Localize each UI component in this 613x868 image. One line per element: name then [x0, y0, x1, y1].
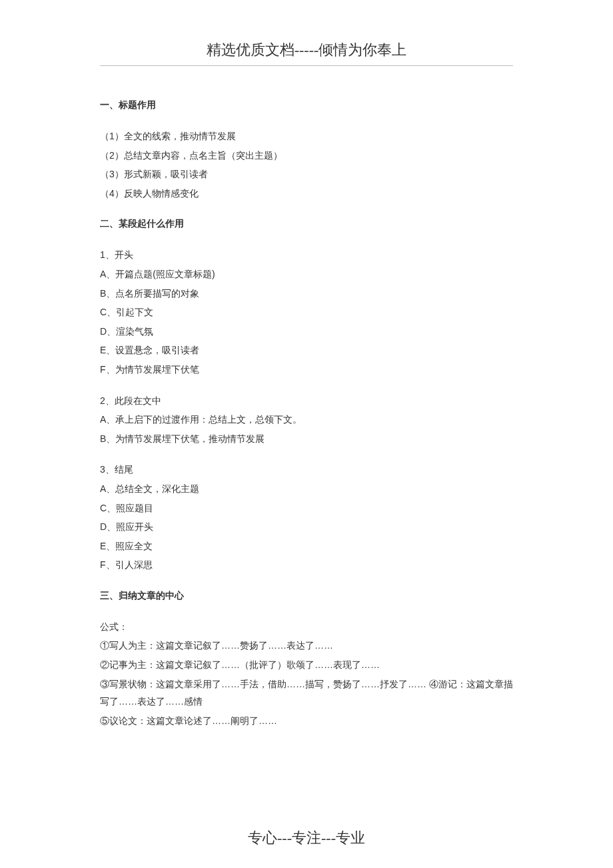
- list-item: E、设置悬念，吸引读者: [100, 341, 513, 359]
- list-item: （4）反映人物情感变化: [100, 185, 513, 203]
- list-item: A、开篇点题(照应文章标题): [100, 265, 513, 283]
- sub-title: 2、此段在文中: [100, 392, 513, 410]
- section-2: 二、某段起什么作用 1、开头 A、开篇点题(照应文章标题) B、点名所要描写的对…: [100, 218, 513, 574]
- document-page: 精选优质文档-----倾情为你奉上 一、标题作用 （1）全文的线索，推动情节发展…: [0, 0, 613, 729]
- page-footer: 专心---专注---专业: [0, 828, 613, 848]
- list-item: ⑤议论文：这篇文章论述了……阐明了……: [100, 712, 513, 730]
- list-item: B、为情节发展埋下伏笔，推动情节发展: [100, 430, 513, 448]
- section-2-heading: 二、某段起什么作用: [100, 218, 513, 230]
- list-item: ①写人为主：这篇文章记叙了……赞扬了……表达了……: [100, 637, 513, 655]
- sub-title: 3、结尾: [100, 461, 513, 479]
- section-1-heading: 一、标题作用: [100, 99, 513, 111]
- list-item: F、为情节发展埋下伏笔: [100, 361, 513, 379]
- header-divider: [100, 65, 513, 66]
- list-item: ③写景状物：这篇文章采用了……手法，借助……描写，赞扬了……抒发了…… ④游记：…: [100, 675, 513, 711]
- intro-text: 公式：: [100, 618, 513, 636]
- list-item: （3）形式新颖，吸引读者: [100, 165, 513, 183]
- list-item: E、照应全文: [100, 537, 513, 555]
- list-item: C、引起下文: [100, 303, 513, 321]
- list-item: （1）全文的线索，推动情节发展: [100, 127, 513, 145]
- section-2-sub1: 1、开头 A、开篇点题(照应文章标题) B、点名所要描写的对象 C、引起下文 D…: [100, 246, 513, 378]
- section-2-sub3: 3、结尾 A、总结全文，深化主题 C、照应题目 D、照应开头 E、照应全文 F、…: [100, 461, 513, 574]
- list-item: ②记事为主：这篇文章记叙了……（批评了）歌颂了……表现了……: [100, 656, 513, 674]
- sub-title: 1、开头: [100, 246, 513, 264]
- section-2-sub2: 2、此段在文中 A、承上启下的过渡作用：总结上文，总领下文。 B、为情节发展埋下…: [100, 392, 513, 448]
- list-item: D、照应开头: [100, 518, 513, 536]
- list-item: A、总结全文，深化主题: [100, 480, 513, 498]
- section-3: 三、归纳文章的中心 公式： ①写人为主：这篇文章记叙了……赞扬了……表达了…… …: [100, 590, 513, 730]
- list-item: （2）总结文章内容，点名主旨（突出主题）: [100, 147, 513, 165]
- page-header: 精选优质文档-----倾情为你奉上: [100, 40, 513, 60]
- list-item: D、渲染气氛: [100, 323, 513, 341]
- list-item: F、引人深思: [100, 556, 513, 574]
- section-1: 一、标题作用 （1）全文的线索，推动情节发展 （2）总结文章内容，点名主旨（突出…: [100, 99, 513, 202]
- list-item: A、承上启下的过渡作用：总结上文，总领下文。: [100, 411, 513, 429]
- list-item: C、照应题目: [100, 499, 513, 517]
- list-item: B、点名所要描写的对象: [100, 285, 513, 303]
- section-3-heading: 三、归纳文章的中心: [100, 590, 513, 602]
